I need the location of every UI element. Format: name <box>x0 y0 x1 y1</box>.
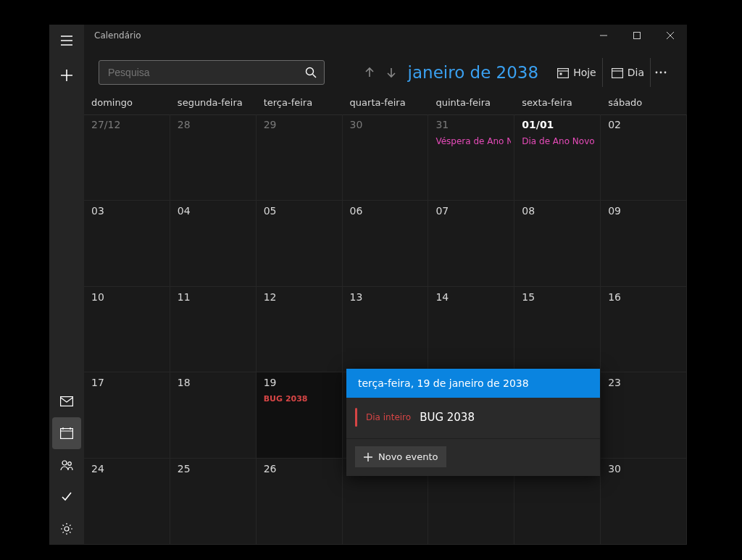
minimize-icon <box>600 32 607 39</box>
calendar-cell[interactable]: 24 <box>84 459 170 545</box>
maximize-button[interactable] <box>620 25 654 46</box>
more-icon <box>655 71 667 74</box>
search-box[interactable] <box>99 60 325 85</box>
calendar-cell[interactable]: 02 <box>601 114 687 201</box>
month-label[interactable]: janeiro de 2038 <box>408 63 539 82</box>
calendar-cell[interactable]: 30 <box>343 114 429 201</box>
calendar-icon <box>60 427 73 439</box>
cell-date: 04 <box>178 205 256 217</box>
next-month-button[interactable] <box>380 58 402 87</box>
cell-date: 30 <box>350 119 428 130</box>
cell-date: 17 <box>91 377 170 388</box>
calendar-cell[interactable]: 27/12 <box>84 114 170 201</box>
prev-month-button[interactable] <box>359 58 380 87</box>
svg-rect-5 <box>634 33 641 39</box>
search-input[interactable] <box>107 66 305 79</box>
cell-date: 19 <box>264 377 342 388</box>
day-header: segunda-feira <box>170 97 257 114</box>
titlebar: Calendário <box>84 25 687 46</box>
maximize-icon <box>633 32 641 39</box>
calendar-cell[interactable]: 10 <box>84 287 170 373</box>
calendar-cell[interactable]: 19BUG 2038 <box>257 372 343 459</box>
calendar-cell[interactable]: 18 <box>170 372 257 459</box>
event-color-bar <box>355 408 357 427</box>
calendar-cell[interactable]: 01/01Dia de Ano Novo <box>514 114 601 201</box>
calendar-cell[interactable]: 11 <box>170 287 257 373</box>
svg-rect-7 <box>558 68 569 78</box>
calendar-cell[interactable]: 28 <box>170 114 257 201</box>
calendar-cell[interactable]: 07 <box>428 201 514 287</box>
cell-date: 02 <box>608 119 686 130</box>
calendar-cell[interactable]: 08 <box>514 201 601 287</box>
calendar-cell[interactable]: 15 <box>514 287 601 373</box>
calendar-cell[interactable]: 05 <box>257 201 343 287</box>
cell-date: 25 <box>178 463 256 475</box>
calendar-cell[interactable]: 04 <box>170 201 257 287</box>
svg-point-4 <box>64 527 69 531</box>
calendar-nav-button[interactable] <box>52 417 81 449</box>
svg-point-11 <box>660 72 662 74</box>
view-button[interactable]: Dia <box>606 58 651 87</box>
cell-date: 29 <box>264 119 342 130</box>
todo-nav-button[interactable] <box>49 481 84 513</box>
cell-date: 03 <box>91 205 170 217</box>
mail-nav-button[interactable] <box>49 385 84 417</box>
calendar-cell[interactable]: 16 <box>601 287 687 373</box>
calendar-cell[interactable]: 30 <box>601 459 687 545</box>
calendar-cell[interactable]: 31Véspera de Ano N <box>428 114 514 201</box>
cell-date: 24 <box>91 463 170 475</box>
minimize-button[interactable] <box>587 25 620 46</box>
calendar-cell[interactable]: 25 <box>170 459 257 545</box>
day-header: quarta-feira <box>343 97 429 114</box>
svg-rect-8 <box>560 72 562 75</box>
cell-date: 01/01 <box>522 119 600 130</box>
popup-event[interactable]: Dia inteiro BUG 2038 <box>346 398 600 439</box>
cell-date: 30 <box>608 463 686 475</box>
cell-date: 06 <box>350 205 428 217</box>
calendar-cell[interactable]: 14 <box>428 287 514 373</box>
people-nav-button[interactable] <box>49 449 84 481</box>
cell-date: 18 <box>178 377 256 388</box>
hamburger-button[interactable] <box>49 25 84 57</box>
more-button[interactable] <box>651 58 671 87</box>
settings-nav-button[interactable] <box>49 513 84 545</box>
calendar-cell[interactable]: 29 <box>257 114 343 201</box>
cell-date: 16 <box>608 291 686 303</box>
cell-date: 13 <box>350 291 428 303</box>
view-label: Dia <box>628 67 644 78</box>
search-icon <box>305 67 317 78</box>
calendar-cell[interactable]: 03 <box>84 201 170 287</box>
calendar-cell[interactable]: 13 <box>343 287 429 373</box>
cell-date: 31 <box>435 119 514 130</box>
holiday-event[interactable]: Dia de Ano Novo <box>522 136 597 146</box>
cell-date: 10 <box>91 291 170 303</box>
popup-header: terça-feira, 19 de janeiro de 2038 <box>346 369 600 398</box>
bug-event[interactable]: BUG 2038 <box>264 394 308 404</box>
cell-date: 26 <box>264 463 342 475</box>
plus-icon <box>60 69 73 82</box>
today-label: Hoje <box>573 67 596 78</box>
calendar-cell[interactable]: 23 <box>601 372 687 459</box>
calendar-grid: 27/1228293031Véspera de Ano N01/01Dia de… <box>84 114 687 545</box>
close-button[interactable] <box>654 25 687 46</box>
new-event-label: Novo evento <box>378 451 438 462</box>
sidebar <box>49 25 84 545</box>
today-button[interactable]: Hoje <box>551 58 603 87</box>
check-icon <box>61 491 72 503</box>
new-event-popup-button[interactable]: Novo evento <box>355 446 446 467</box>
calendar-cell[interactable]: 06 <box>343 201 429 287</box>
today-icon <box>557 67 569 78</box>
calendar-cell[interactable]: 17 <box>84 372 170 459</box>
window-title: Calendário <box>94 30 141 41</box>
svg-point-12 <box>664 72 667 74</box>
holiday-event[interactable]: Véspera de Ano N <box>435 136 511 146</box>
cell-date: 07 <box>435 205 514 217</box>
close-icon <box>667 32 674 39</box>
arrow-down-icon <box>385 67 397 78</box>
calendar-cell[interactable]: 26 <box>257 459 343 545</box>
calendar-cell[interactable]: 09 <box>601 201 687 287</box>
new-event-button[interactable] <box>49 57 84 94</box>
calendar-cell[interactable]: 12 <box>257 287 343 373</box>
svg-point-2 <box>62 461 67 465</box>
people-icon <box>60 459 73 471</box>
